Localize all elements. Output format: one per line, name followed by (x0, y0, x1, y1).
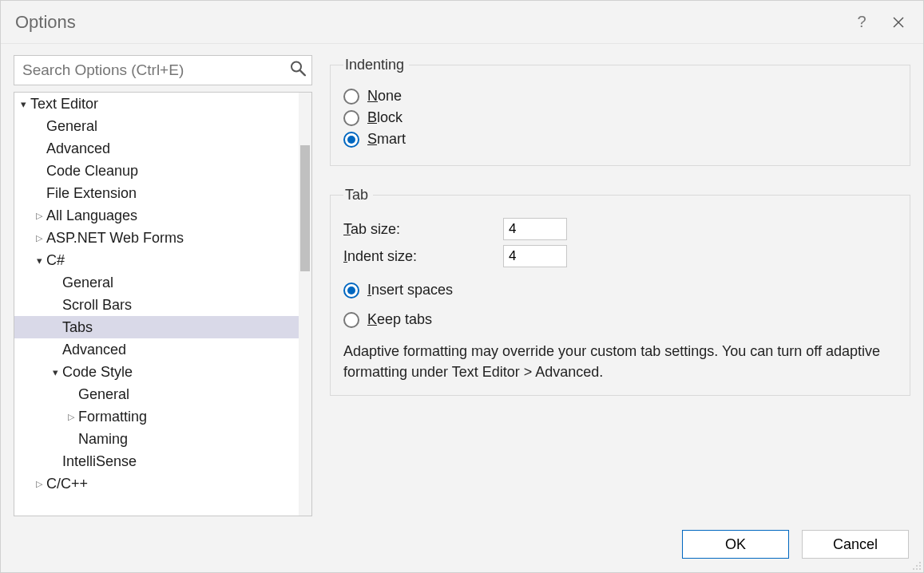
indenting-legend: Indenting (343, 57, 409, 73)
tab-group: Tab Tab size: Indent size: Insert spaces… (330, 187, 910, 396)
tree-item-label: General (62, 275, 113, 291)
indenting-option-label: Block (367, 109, 403, 126)
svg-point-8 (916, 568, 918, 570)
tree-item-label: C/C++ (46, 476, 88, 492)
tab-size-label: Tab size: (343, 221, 503, 238)
tree-item[interactable]: Scroll Bars (14, 294, 299, 316)
tree-item-label: Text Editor (30, 96, 98, 113)
ok-button[interactable]: OK (682, 530, 789, 559)
tree-item[interactable]: Advanced (14, 338, 299, 361)
indenting-option-label: None (367, 88, 402, 105)
tree-scroll[interactable]: ▾Text EditorGeneralAdvancedCode CleanupF… (14, 93, 299, 516)
chevron-right-icon[interactable]: ▷ (67, 412, 75, 422)
tree-item[interactable]: ▷C/C++ (14, 472, 299, 495)
radio-icon (343, 283, 359, 298)
tree-scrollbar[interactable] (299, 93, 311, 516)
question-icon: ? (857, 13, 866, 31)
tree-item-label: C# (46, 252, 65, 269)
tree-item-label: General (78, 386, 129, 403)
tab-space-option[interactable]: Keep tabs (343, 311, 897, 328)
tab-size-input[interactable] (503, 218, 567, 240)
tree-item[interactable]: General (14, 271, 299, 294)
indenting-option[interactable]: Block (343, 109, 897, 126)
tree-item-label: Formatting (78, 409, 147, 425)
tree-item[interactable]: Code Cleanup (14, 160, 299, 182)
tree-item[interactable]: Tabs (14, 316, 299, 338)
tree-item-label: ASP.NET Web Forms (46, 230, 184, 247)
tab-space-option-label: Insert spaces (367, 282, 453, 298)
tree-item[interactable]: ▾C# (14, 249, 299, 271)
resize-grip-icon[interactable] (910, 559, 922, 571)
chevron-down-icon[interactable]: ▾ (51, 366, 59, 378)
dialog-title: Options (15, 12, 843, 33)
tree-item-label: File Extension (46, 185, 137, 202)
indent-size-label: Indent size: (343, 248, 503, 265)
tree-item[interactable]: Advanced (14, 137, 299, 160)
tree-item-label: IntelliSense (62, 453, 137, 470)
tree-item-label: All Languages (46, 207, 137, 224)
chevron-right-icon[interactable]: ▷ (35, 211, 43, 221)
svg-point-4 (919, 562, 921, 563)
svg-point-5 (916, 565, 918, 567)
search-input[interactable] (14, 55, 312, 85)
tree-item-label: Naming (78, 431, 128, 448)
tab-legend: Tab (343, 187, 373, 204)
radio-icon (343, 89, 359, 105)
tree-item-label: Code Cleanup (46, 163, 138, 180)
tree-item[interactable]: ▾Text Editor (14, 93, 299, 115)
tree-item-label: General (46, 118, 97, 135)
tree-item[interactable]: File Extension (14, 182, 299, 204)
chevron-down-icon[interactable]: ▾ (35, 255, 43, 267)
tree-item-label: Tabs (62, 319, 93, 336)
tree-item[interactable]: ▷All Languages (14, 204, 299, 227)
tree-item-label: Code Style (62, 364, 133, 381)
tree-item[interactable]: ▷ASP.NET Web Forms (14, 227, 299, 249)
tree-item[interactable]: IntelliSense (14, 450, 299, 472)
tree-view: ▾Text EditorGeneralAdvancedCode CleanupF… (14, 92, 312, 516)
indenting-option[interactable]: None (343, 88, 897, 105)
tree-item[interactable]: ▷Formatting (14, 405, 299, 428)
chevron-right-icon[interactable]: ▷ (35, 233, 43, 243)
tree-item[interactable]: General (14, 383, 299, 405)
close-button[interactable] (880, 8, 917, 37)
dialog-titlebar: Options ? (1, 1, 923, 44)
indenting-group: Indenting NoneBlockSmart (330, 57, 910, 166)
radio-icon (343, 132, 359, 148)
tree-item[interactable]: Naming (14, 428, 299, 450)
tree-item-label: Advanced (62, 342, 126, 358)
search-wrap (14, 55, 312, 85)
tab-space-option[interactable]: Insert spaces (343, 282, 897, 298)
dialog-footer: OK Cancel (1, 516, 923, 572)
radio-icon (343, 312, 359, 328)
chevron-right-icon[interactable]: ▷ (35, 479, 43, 489)
adaptive-formatting-note: Adaptive formatting may override your cu… (343, 341, 897, 382)
tree-item-label: Advanced (46, 140, 110, 157)
svg-point-9 (919, 568, 921, 570)
cancel-button[interactable]: Cancel (802, 530, 909, 559)
indenting-option-label: Smart (367, 131, 406, 148)
help-button[interactable]: ? (843, 8, 880, 37)
chevron-down-icon[interactable]: ▾ (19, 98, 27, 110)
svg-point-7 (913, 568, 914, 570)
tree-item-label: Scroll Bars (62, 297, 132, 314)
tab-space-option-label: Keep tabs (367, 311, 432, 328)
svg-point-6 (919, 565, 921, 567)
tree-item[interactable]: ▾Code Style (14, 361, 299, 383)
indenting-option[interactable]: Smart (343, 131, 897, 148)
close-icon (893, 17, 904, 28)
scrollbar-thumb[interactable] (300, 145, 310, 271)
tree-item[interactable]: General (14, 115, 299, 137)
radio-icon (343, 110, 359, 126)
indent-size-input[interactable] (503, 245, 567, 267)
options-dialog: Options ? ▾Text E (0, 0, 924, 573)
